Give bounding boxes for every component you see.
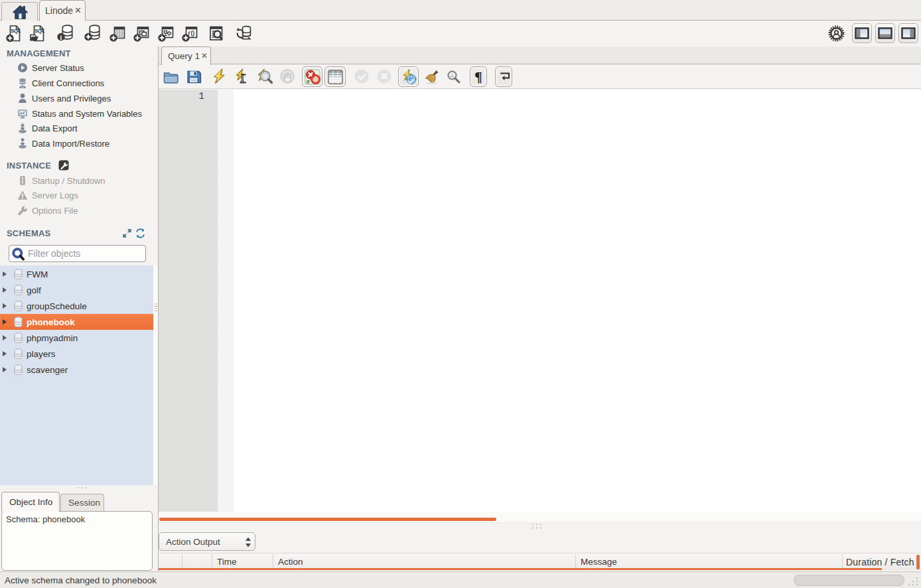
svg-text:A: A [451, 73, 455, 79]
svg-text:i: i [60, 34, 62, 41]
svg-text:(): () [191, 30, 195, 37]
svg-text:SQL: SQL [35, 28, 44, 34]
svg-text:SQL: SQL [11, 28, 21, 34]
svg-text:¶: ¶ [474, 69, 482, 84]
